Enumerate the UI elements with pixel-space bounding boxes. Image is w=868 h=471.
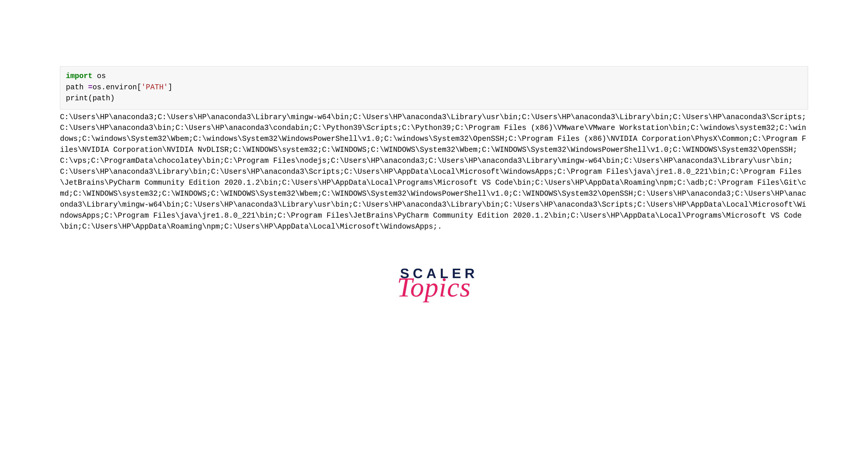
code-line-3: print(path)	[66, 93, 802, 104]
logo-wrap: SCALER Topics	[60, 265, 808, 301]
code-line-1: import os	[66, 71, 802, 82]
code-cell: import os path =os.environ['PATH'] print…	[60, 66, 808, 109]
keyword-import: import	[66, 72, 92, 81]
brand-logo: SCALER Topics	[390, 265, 478, 301]
module-os: os	[92, 72, 106, 81]
operator-equals: =	[88, 83, 92, 92]
page: import os path =os.environ['PATH'] print…	[0, 0, 868, 471]
code-text: (path)	[88, 94, 115, 102]
code-text: ]	[168, 83, 172, 92]
code-line-2: path =os.environ['PATH']	[66, 82, 802, 93]
logo-secondary-text: Topics	[397, 272, 471, 302]
code-text: os.environ[	[92, 83, 141, 92]
output-block: C:\Users\HP\anaconda3;C:\Users\HP\anacon…	[60, 109, 808, 232]
string-literal: 'PATH'	[142, 83, 168, 92]
function-print: print	[66, 94, 88, 102]
code-text: path	[66, 83, 88, 92]
